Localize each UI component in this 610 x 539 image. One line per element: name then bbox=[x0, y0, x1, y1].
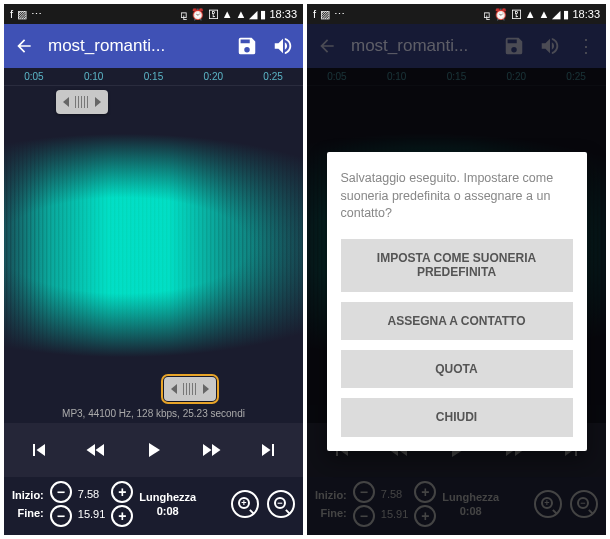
lunghezza-value: 0:08 bbox=[157, 505, 179, 517]
close-button[interactable]: CHIUDI bbox=[341, 398, 573, 436]
share-button[interactable]: QUOTA bbox=[341, 350, 573, 388]
tick: 0:05 bbox=[24, 71, 43, 82]
facebook-icon: f bbox=[10, 8, 13, 20]
app-bar: most_romanti... bbox=[4, 24, 303, 68]
more-icon: ⋯ bbox=[334, 8, 345, 21]
zoom-out-button[interactable]: − bbox=[267, 490, 295, 518]
lunghezza-label: Lunghezza bbox=[139, 491, 196, 503]
app-title: most_romanti... bbox=[351, 36, 490, 56]
fine-minus-button[interactable]: − bbox=[50, 505, 72, 527]
edit-controls: Inizio: Fine: − − 7.58 15.91 + + Lunghez… bbox=[4, 477, 303, 535]
screen-save-dialog: f ▨ ⋯ ⚼ ⏰ ⚿ ▲ ▲ ◢ ▮ 18:33 most_romanti..… bbox=[307, 4, 606, 535]
image-icon: ▨ bbox=[17, 8, 27, 21]
transport-controls bbox=[4, 423, 303, 477]
start-handle[interactable] bbox=[56, 90, 108, 114]
alarm-icon: ⏰ bbox=[494, 8, 508, 21]
inizio-plus-button[interactable]: + bbox=[111, 481, 133, 503]
save-button bbox=[502, 34, 526, 58]
save-dialog: Salvataggio eseguito. Impostare come suo… bbox=[327, 152, 587, 450]
wifi-icon: ▲ bbox=[525, 8, 536, 20]
app-bar: most_romanti... ⋮ bbox=[307, 24, 606, 68]
signal-icon: ◢ bbox=[249, 8, 257, 21]
fine-plus-button[interactable]: + bbox=[111, 505, 133, 527]
dialog-message: Salvataggio eseguito. Impostare come suo… bbox=[341, 170, 573, 223]
skip-start-button[interactable] bbox=[27, 438, 51, 462]
file-info: MP3, 44100 Hz, 128 kbps, 25.23 secondi bbox=[4, 405, 303, 423]
battery-icon: ▮ bbox=[563, 8, 569, 21]
more-icon: ⋯ bbox=[31, 8, 42, 21]
alarm-icon: ⏰ bbox=[191, 8, 205, 21]
volume-button[interactable] bbox=[271, 34, 295, 58]
tick: 0:10 bbox=[84, 71, 103, 82]
waveform[interactable] bbox=[4, 86, 303, 405]
bluetooth-icon: ⚼ bbox=[483, 8, 491, 21]
facebook-icon: f bbox=[313, 8, 316, 20]
status-bar: f ▨ ⋯ ⚼ ⏰ ⚿ ▲ ▲ ◢ ▮ 18:33 bbox=[307, 4, 606, 24]
wifi-icon: ▲ bbox=[539, 8, 550, 20]
inizio-label: Inizio: bbox=[12, 489, 44, 501]
skip-end-button[interactable] bbox=[256, 438, 280, 462]
volume-button bbox=[538, 34, 562, 58]
tick: 0:20 bbox=[204, 71, 223, 82]
set-default-ringtone-button[interactable]: IMPOSTA COME SUONERIA PREDEFINITA bbox=[341, 239, 573, 292]
back-button bbox=[315, 34, 339, 58]
status-time: 18:33 bbox=[269, 8, 297, 20]
wifi-icon: ▲ bbox=[236, 8, 247, 20]
inizio-minus-button[interactable]: − bbox=[50, 481, 72, 503]
status-time: 18:33 bbox=[572, 8, 600, 20]
screen-editor: f ▨ ⋯ ⚼ ⏰ ⚿ ▲ ▲ ◢ ▮ 18:33 most_romanti..… bbox=[4, 4, 303, 535]
fine-label: Fine: bbox=[12, 507, 44, 519]
inizio-value: 7.58 bbox=[78, 488, 106, 500]
key-icon: ⚿ bbox=[511, 8, 522, 20]
end-handle[interactable] bbox=[164, 377, 216, 401]
save-button[interactable] bbox=[235, 34, 259, 58]
tick: 0:25 bbox=[263, 71, 282, 82]
signal-icon: ◢ bbox=[552, 8, 560, 21]
forward-button[interactable] bbox=[199, 438, 223, 462]
app-title: most_romanti... bbox=[48, 36, 223, 56]
wifi-icon: ▲ bbox=[222, 8, 233, 20]
status-bar: f ▨ ⋯ ⚼ ⏰ ⚿ ▲ ▲ ◢ ▮ 18:33 bbox=[4, 4, 303, 24]
assign-contact-button[interactable]: ASSEGNA A CONTATTO bbox=[341, 302, 573, 340]
battery-icon: ▮ bbox=[260, 8, 266, 21]
key-icon: ⚿ bbox=[208, 8, 219, 20]
overflow-button: ⋮ bbox=[574, 34, 598, 58]
fine-value: 15.91 bbox=[78, 508, 106, 520]
play-button[interactable] bbox=[141, 438, 165, 462]
zoom-in-button[interactable]: + bbox=[231, 490, 259, 518]
modal-overlay[interactable]: Salvataggio eseguito. Impostare come suo… bbox=[307, 68, 606, 535]
tick: 0:15 bbox=[144, 71, 163, 82]
rewind-button[interactable] bbox=[84, 438, 108, 462]
timeline-ruler: 0:05 0:10 0:15 0:20 0:25 bbox=[4, 68, 303, 86]
back-button[interactable] bbox=[12, 34, 36, 58]
image-icon: ▨ bbox=[320, 8, 330, 21]
bluetooth-icon: ⚼ bbox=[180, 8, 188, 21]
